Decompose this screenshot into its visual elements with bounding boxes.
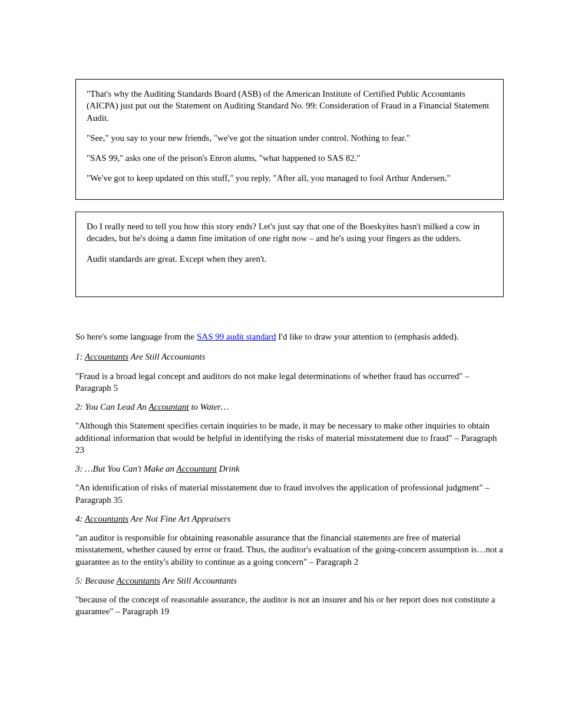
term-2-num: 2: You Can Lead An — [75, 402, 148, 411]
intro-line: So here's some language from the SAS 99 … — [75, 331, 504, 342]
term-1: 1: Accountants Are Still Accountants "Fr… — [75, 351, 504, 394]
term-4-heading: 4: Accountants Are Not Fine Art Appraise… — [75, 513, 504, 525]
term-3-num: 3: …But You Can't Make an — [75, 464, 177, 473]
box2-paragraph-1: Do I really need to tell you how this st… — [87, 220, 492, 245]
page: "That's why the Auditing Standards Board… — [0, 0, 562, 728]
term-3-underline: Accountant — [177, 464, 217, 473]
term-4-body: "an auditor is responsible for obtaining… — [75, 532, 504, 568]
term-5: 5: Because Accountants Are Still Account… — [75, 575, 504, 618]
term-2-body: "Although this Statement specifies certa… — [75, 420, 504, 456]
term-2-underline: Accountant — [148, 402, 189, 411]
sas99-link[interactable]: SAS 99 audit standard — [197, 332, 276, 341]
term-4-underline: Accountants — [85, 514, 128, 523]
box2-paragraph-2: Audit standards are great. Except when t… — [87, 253, 492, 265]
intro-lead-in: So here's some language from the — [75, 332, 197, 341]
body-text: So here's some language from the SAS 99 … — [75, 309, 504, 625]
term-1-after: Are Still Accountants — [128, 352, 205, 361]
term-3-after: Drink — [217, 464, 240, 473]
term-4-after: Are Not Fine Art Appraisers — [128, 514, 230, 523]
box1-paragraph-1: "That's why the Auditing Standards Board… — [87, 88, 492, 124]
term-1-num: 1: — [75, 352, 85, 361]
term-4-num: 4: — [75, 514, 85, 523]
term-4: 4: Accountants Are Not Fine Art Appraise… — [75, 513, 504, 568]
intro-lead-out: I'd like to draw your attention to (emph… — [276, 332, 459, 341]
term-3: 3: …But You Can't Make an Accountant Dri… — [75, 463, 504, 506]
box1-paragraph-3: "SAS 99," asks one of the prison's Enron… — [87, 152, 492, 164]
term-1-underline: Accountants — [85, 352, 128, 361]
term-5-heading: 5: Because Accountants Are Still Account… — [75, 575, 504, 587]
term-1-heading: 1: Accountants Are Still Accountants — [75, 351, 504, 363]
term-5-underline: Accountants — [117, 576, 160, 585]
boxed-passage-2: Do I really need to tell you how this st… — [75, 212, 504, 297]
term-2: 2: You Can Lead An Accountant to Water… … — [75, 401, 504, 456]
term-2-heading: 2: You Can Lead An Accountant to Water… — [75, 401, 504, 413]
term-1-body: "Fraud is a broad legal concept and audi… — [75, 370, 504, 394]
boxed-passage-1: "That's why the Auditing Standards Board… — [75, 79, 504, 200]
term-2-after: to Water… — [189, 402, 229, 411]
box1-paragraph-2: "See," you say to your new friends, "we'… — [87, 132, 492, 144]
term-5-body: "because of the concept of reasonable as… — [75, 594, 504, 618]
term-3-body: "An identification of risks of material … — [75, 482, 504, 506]
term-5-num: 5: Because — [75, 576, 117, 585]
box1-paragraph-4: "We've got to keep updated on this stuff… — [87, 172, 492, 184]
term-3-heading: 3: …But You Can't Make an Accountant Dri… — [75, 463, 504, 475]
term-5-after: Are Still Accountants — [160, 576, 237, 585]
